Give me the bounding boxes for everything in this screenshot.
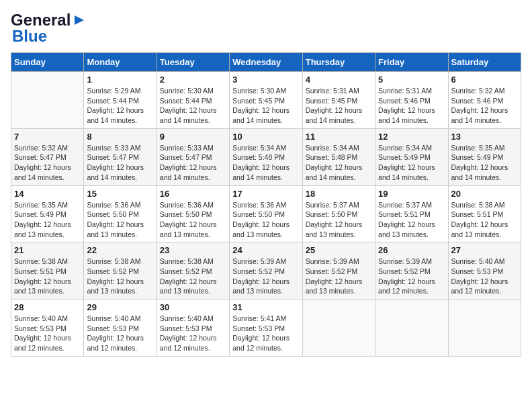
day-number: 9	[160, 132, 226, 142]
day-info: Sunrise: 5:40 AM Sunset: 5:53 PM Dayligh…	[87, 314, 153, 353]
day-info: Sunrise: 5:29 AM Sunset: 5:44 PM Dayligh…	[87, 86, 153, 126]
svg-marker-0	[75, 15, 84, 25]
day-info: Sunrise: 5:35 AM Sunset: 5:49 PM Dayligh…	[451, 143, 518, 183]
day-number: 7	[14, 132, 81, 142]
day-number: 5	[378, 75, 445, 85]
day-info: Sunrise: 5:34 AM Sunset: 5:48 PM Dayligh…	[306, 143, 372, 183]
day-number: 16	[160, 189, 226, 199]
day-number: 20	[451, 189, 518, 199]
calendar-cell	[11, 72, 84, 129]
calendar-week-row: 21Sunrise: 5:38 AM Sunset: 5:51 PM Dayli…	[11, 242, 521, 300]
col-header-thursday: Thursday	[302, 53, 375, 72]
calendar-cell: 21Sunrise: 5:38 AM Sunset: 5:51 PM Dayli…	[11, 242, 84, 300]
day-number: 13	[451, 132, 518, 142]
day-info: Sunrise: 5:38 AM Sunset: 5:52 PM Dayligh…	[87, 257, 153, 296]
day-info: Sunrise: 5:31 AM Sunset: 5:46 PM Dayligh…	[378, 86, 445, 126]
logo-blue: Blue	[12, 27, 47, 46]
day-number: 1	[87, 75, 153, 85]
calendar-cell: 24Sunrise: 5:39 AM Sunset: 5:52 PM Dayli…	[230, 242, 302, 300]
day-number: 25	[306, 245, 372, 255]
day-info: Sunrise: 5:40 AM Sunset: 5:53 PM Dayligh…	[160, 314, 226, 353]
col-header-sunday: Sunday	[11, 53, 84, 72]
calendar-cell: 9Sunrise: 5:33 AM Sunset: 5:47 PM Daylig…	[157, 128, 229, 185]
day-number: 8	[87, 132, 153, 142]
day-number: 18	[306, 189, 372, 199]
day-number: 4	[306, 75, 372, 85]
day-info: Sunrise: 5:30 AM Sunset: 5:45 PM Dayligh…	[232, 86, 299, 126]
calendar-cell: 26Sunrise: 5:39 AM Sunset: 5:52 PM Dayli…	[375, 242, 448, 300]
calendar-cell: 8Sunrise: 5:33 AM Sunset: 5:47 PM Daylig…	[84, 128, 157, 185]
day-info: Sunrise: 5:30 AM Sunset: 5:44 PM Dayligh…	[160, 86, 226, 126]
col-header-monday: Monday	[84, 53, 157, 72]
day-info: Sunrise: 5:39 AM Sunset: 5:52 PM Dayligh…	[306, 257, 372, 296]
col-header-saturday: Saturday	[448, 53, 521, 72]
calendar-cell: 15Sunrise: 5:36 AM Sunset: 5:50 PM Dayli…	[84, 185, 157, 242]
day-info: Sunrise: 5:39 AM Sunset: 5:52 PM Dayligh…	[232, 257, 299, 296]
day-info: Sunrise: 5:36 AM Sunset: 5:50 PM Dayligh…	[87, 200, 153, 240]
col-header-friday: Friday	[375, 53, 448, 72]
calendar-cell: 27Sunrise: 5:40 AM Sunset: 5:53 PM Dayli…	[448, 242, 521, 300]
day-number: 12	[378, 132, 445, 142]
calendar-cell: 2Sunrise: 5:30 AM Sunset: 5:44 PM Daylig…	[157, 72, 229, 129]
calendar-cell: 5Sunrise: 5:31 AM Sunset: 5:46 PM Daylig…	[375, 72, 448, 129]
calendar-cell	[302, 300, 375, 357]
calendar-cell: 7Sunrise: 5:32 AM Sunset: 5:47 PM Daylig…	[11, 128, 84, 185]
calendar-cell: 29Sunrise: 5:40 AM Sunset: 5:53 PM Dayli…	[84, 300, 157, 357]
calendar-week-row: 14Sunrise: 5:35 AM Sunset: 5:49 PM Dayli…	[11, 185, 521, 242]
day-number: 26	[378, 245, 445, 255]
day-number: 22	[87, 245, 153, 255]
calendar-cell: 10Sunrise: 5:34 AM Sunset: 5:48 PM Dayli…	[230, 128, 302, 185]
day-number: 24	[232, 245, 299, 255]
day-info: Sunrise: 5:35 AM Sunset: 5:49 PM Dayligh…	[14, 200, 81, 240]
calendar-body: 1Sunrise: 5:29 AM Sunset: 5:44 PM Daylig…	[11, 72, 521, 357]
page-header: General Blue	[11, 11, 521, 46]
day-number: 29	[87, 302, 153, 312]
calendar-cell	[448, 300, 521, 357]
calendar-week-row: 28Sunrise: 5:40 AM Sunset: 5:53 PM Dayli…	[11, 300, 521, 357]
day-info: Sunrise: 5:33 AM Sunset: 5:47 PM Dayligh…	[160, 143, 226, 183]
day-info: Sunrise: 5:38 AM Sunset: 5:51 PM Dayligh…	[451, 200, 518, 240]
calendar-cell: 11Sunrise: 5:34 AM Sunset: 5:48 PM Dayli…	[302, 128, 375, 185]
day-info: Sunrise: 5:32 AM Sunset: 5:46 PM Dayligh…	[451, 86, 518, 126]
day-info: Sunrise: 5:36 AM Sunset: 5:50 PM Dayligh…	[232, 200, 299, 240]
calendar-cell: 18Sunrise: 5:37 AM Sunset: 5:50 PM Dayli…	[302, 185, 375, 242]
day-number: 27	[451, 245, 518, 255]
calendar-cell	[375, 300, 448, 357]
day-info: Sunrise: 5:40 AM Sunset: 5:53 PM Dayligh…	[14, 314, 81, 353]
logo-arrow-icon	[72, 13, 87, 28]
day-info: Sunrise: 5:32 AM Sunset: 5:47 PM Dayligh…	[14, 143, 81, 183]
day-info: Sunrise: 5:38 AM Sunset: 5:51 PM Dayligh…	[14, 257, 81, 296]
day-number: 6	[451, 75, 518, 85]
day-number: 3	[232, 75, 299, 85]
day-info: Sunrise: 5:38 AM Sunset: 5:52 PM Dayligh…	[160, 257, 226, 296]
calendar-cell: 17Sunrise: 5:36 AM Sunset: 5:50 PM Dayli…	[230, 185, 302, 242]
calendar-table: SundayMondayTuesdayWednesdayThursdayFrid…	[11, 52, 521, 357]
day-number: 19	[378, 189, 445, 199]
day-info: Sunrise: 5:36 AM Sunset: 5:50 PM Dayligh…	[160, 200, 226, 240]
calendar-cell: 12Sunrise: 5:34 AM Sunset: 5:49 PM Dayli…	[375, 128, 448, 185]
day-info: Sunrise: 5:34 AM Sunset: 5:49 PM Dayligh…	[378, 143, 445, 183]
calendar-cell: 30Sunrise: 5:40 AM Sunset: 5:53 PM Dayli…	[157, 300, 229, 357]
day-number: 10	[232, 132, 299, 142]
calendar-cell: 13Sunrise: 5:35 AM Sunset: 5:49 PM Dayli…	[448, 128, 521, 185]
calendar-cell: 4Sunrise: 5:31 AM Sunset: 5:45 PM Daylig…	[302, 72, 375, 129]
calendar-cell: 23Sunrise: 5:38 AM Sunset: 5:52 PM Dayli…	[157, 242, 229, 300]
day-info: Sunrise: 5:40 AM Sunset: 5:53 PM Dayligh…	[451, 257, 518, 296]
col-header-wednesday: Wednesday	[230, 53, 302, 72]
calendar-week-row: 1Sunrise: 5:29 AM Sunset: 5:44 PM Daylig…	[11, 72, 521, 129]
calendar-cell: 19Sunrise: 5:37 AM Sunset: 5:51 PM Dayli…	[375, 185, 448, 242]
calendar-cell: 22Sunrise: 5:38 AM Sunset: 5:52 PM Dayli…	[84, 242, 157, 300]
calendar-cell: 14Sunrise: 5:35 AM Sunset: 5:49 PM Dayli…	[11, 185, 84, 242]
calendar-cell: 16Sunrise: 5:36 AM Sunset: 5:50 PM Dayli…	[157, 185, 229, 242]
calendar-cell: 28Sunrise: 5:40 AM Sunset: 5:53 PM Dayli…	[11, 300, 84, 357]
day-number: 28	[14, 302, 81, 312]
day-info: Sunrise: 5:33 AM Sunset: 5:47 PM Dayligh…	[87, 143, 153, 183]
calendar-header-row: SundayMondayTuesdayWednesdayThursdayFrid…	[11, 53, 521, 72]
day-info: Sunrise: 5:37 AM Sunset: 5:50 PM Dayligh…	[306, 200, 372, 240]
calendar-cell: 25Sunrise: 5:39 AM Sunset: 5:52 PM Dayli…	[302, 242, 375, 300]
day-number: 15	[87, 189, 153, 199]
day-info: Sunrise: 5:37 AM Sunset: 5:51 PM Dayligh…	[378, 200, 445, 240]
calendar-cell: 3Sunrise: 5:30 AM Sunset: 5:45 PM Daylig…	[230, 72, 302, 129]
day-number: 14	[14, 189, 81, 199]
calendar-cell: 31Sunrise: 5:41 AM Sunset: 5:53 PM Dayli…	[230, 300, 302, 357]
